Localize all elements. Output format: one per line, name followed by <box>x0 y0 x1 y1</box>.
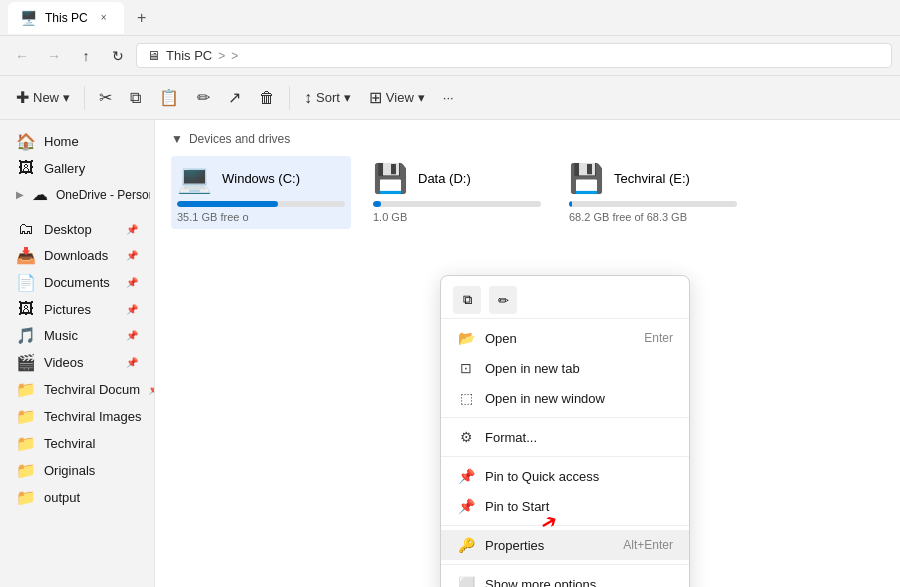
rename-button[interactable]: ✏ <box>189 82 218 114</box>
tab-close-button[interactable]: × <box>96 10 112 26</box>
sidebar-item-home[interactable]: 🏠 Home <box>4 128 150 155</box>
ctx-separator-2 <box>441 456 689 457</box>
drive-info-c: 35.1 GB free o <box>177 211 345 223</box>
share-icon: ↗ <box>228 88 241 107</box>
sidebar-item-label: output <box>44 490 80 505</box>
folder-icon: 📁 <box>16 380 36 399</box>
home-icon: 🏠 <box>16 132 36 151</box>
copy-button[interactable]: ⧉ <box>122 82 149 114</box>
view-button[interactable]: ⊞ View ▾ <box>361 82 433 114</box>
ctx-open[interactable]: 📂 Open Enter <box>441 323 689 353</box>
properties-shortcut: Alt+Enter <box>623 538 673 552</box>
ctx-copy-button[interactable]: ⧉ <box>453 286 481 314</box>
sidebar-item-output[interactable]: 📁 output <box>4 484 150 511</box>
toolbar-separator-2 <box>289 86 290 110</box>
pin-icon: 📌 <box>126 277 138 288</box>
ctx-show-more[interactable]: ⬜ Show more options <box>441 569 689 587</box>
pin-quick-icon: 📌 <box>457 468 475 484</box>
sidebar-item-originals[interactable]: 📁 Originals <box>4 457 150 484</box>
sidebar-item-label: Desktop <box>44 222 92 237</box>
ctx-pin-quick[interactable]: 📌 Pin to Quick access <box>441 461 689 491</box>
paste-button[interactable]: 📋 <box>151 82 187 114</box>
more-icon: ··· <box>443 90 454 105</box>
format-icon: ⚙ <box>457 429 475 445</box>
sidebar-item-music[interactable]: 🎵 Music 📌 <box>4 322 150 349</box>
drive-card-d[interactable]: 💾 Data (D:) 1.0 GB <box>367 156 547 229</box>
sort-button[interactable]: ↕ Sort ▾ <box>296 82 359 114</box>
open-shortcut: Enter <box>644 331 673 345</box>
tab-title: This PC <box>45 11 88 25</box>
sidebar-item-techviral[interactable]: 📁 Techviral <box>4 430 150 457</box>
sidebar-item-downloads[interactable]: 📥 Downloads 📌 <box>4 242 150 269</box>
sidebar-item-onedrive[interactable]: ▶ ☁ OneDrive - Persona <box>4 181 150 208</box>
ctx-format[interactable]: ⚙ Format... <box>441 422 689 452</box>
path-end: > <box>231 49 238 63</box>
forward-button[interactable]: → <box>40 42 68 70</box>
sidebar-item-techviral-docum[interactable]: 📁 Techviral Docum 📌 <box>4 376 150 403</box>
new-icon: ✚ <box>16 88 29 107</box>
expand-icon: ▶ <box>16 189 24 200</box>
pin-start-icon: 📌 <box>457 498 475 514</box>
new-tab-button[interactable]: + <box>128 4 156 32</box>
desktop-icon: 🗂 <box>16 220 36 238</box>
drive-progress-e <box>569 201 737 207</box>
sidebar-item-desktop[interactable]: 🗂 Desktop 📌 <box>4 216 150 242</box>
ctx-pin-start[interactable]: 📌 Pin to Start <box>441 491 689 521</box>
sidebar-item-pictures[interactable]: 🖼 Pictures 📌 <box>4 296 150 322</box>
downloads-icon: 📥 <box>16 246 36 265</box>
pin-icon: 📌 <box>126 224 138 235</box>
folder-icon: 📁 <box>16 488 36 507</box>
sort-label: Sort <box>316 90 340 105</box>
address-box[interactable]: 🖥 This PC > > <box>136 43 892 68</box>
drive-card-header: 💻 Windows (C:) <box>177 162 345 195</box>
content-area: ▼ Devices and drives 💻 Windows (C:) 35.1… <box>155 120 900 587</box>
sidebar-item-label: Documents <box>44 275 110 290</box>
share-button[interactable]: ↗ <box>220 82 249 114</box>
sort-chevron: ▾ <box>344 90 351 105</box>
ctx-separator-4 <box>441 564 689 565</box>
drive-card-header: 💾 Data (D:) <box>373 162 541 195</box>
ctx-pin-start-label: Pin to Start <box>485 499 549 514</box>
ctx-separator-3 <box>441 525 689 526</box>
sidebar-item-documents[interactable]: 📄 Documents 📌 <box>4 269 150 296</box>
drive-icon-c: 💻 <box>177 162 212 195</box>
sidebar-item-label: Pictures <box>44 302 91 317</box>
refresh-button[interactable]: ↻ <box>104 42 132 70</box>
up-button[interactable]: ↑ <box>72 42 100 70</box>
view-label: View <box>386 90 414 105</box>
drive-card-e[interactable]: 💾 Techviral (E:) 68.2 GB free of 68.3 GB <box>563 156 743 229</box>
new-button[interactable]: ✚ New ▾ <box>8 82 78 114</box>
sidebar-item-label: Home <box>44 134 79 149</box>
pin-icon: 📌 <box>126 357 138 368</box>
sidebar-item-techviral-images[interactable]: 📁 Techviral Images <box>4 403 150 430</box>
folder-icon: 📁 <box>16 461 36 480</box>
drive-info-e: 68.2 GB free of 68.3 GB <box>569 211 737 223</box>
cut-icon: ✂ <box>99 88 112 107</box>
browser-tab[interactable]: 🖥️ This PC × <box>8 2 124 34</box>
drive-name-c: Windows (C:) <box>222 171 300 186</box>
section-title: ▼ Devices and drives <box>171 132 884 146</box>
more-button[interactable]: ··· <box>435 82 462 114</box>
section-chevron: ▼ <box>171 132 183 146</box>
sidebar-item-videos[interactable]: 🎬 Videos 📌 <box>4 349 150 376</box>
back-button[interactable]: ← <box>8 42 36 70</box>
ctx-properties[interactable]: 🔑 Properties Alt+Enter <box>441 530 689 560</box>
ctx-open-new-tab[interactable]: ⊡ Open in new tab <box>441 353 689 383</box>
drive-card-header: 💾 Techviral (E:) <box>569 162 737 195</box>
rename-icon: ✏ <box>197 88 210 107</box>
delete-icon: 🗑 <box>259 89 275 107</box>
context-menu: ⧉ ✏ 📂 Open Enter ⊡ Open in new tab ⬚ Ope… <box>440 275 690 587</box>
section-title-text: Devices and drives <box>189 132 290 146</box>
drive-card-c[interactable]: 💻 Windows (C:) 35.1 GB free o <box>171 156 351 229</box>
ctx-rename-button[interactable]: ✏ <box>489 286 517 314</box>
cut-button[interactable]: ✂ <box>91 82 120 114</box>
tab-icon: 🖥️ <box>20 10 37 26</box>
documents-icon: 📄 <box>16 273 36 292</box>
new-chevron: ▾ <box>63 90 70 105</box>
drive-progress-bar-c <box>177 201 278 207</box>
delete-button[interactable]: 🗑 <box>251 82 283 114</box>
drive-name-e: Techviral (E:) <box>614 171 690 186</box>
ctx-open-new-window[interactable]: ⬚ Open in new window <box>441 383 689 413</box>
sidebar-item-gallery[interactable]: 🖼 Gallery <box>4 155 150 181</box>
show-more-icon: ⬜ <box>457 576 475 587</box>
